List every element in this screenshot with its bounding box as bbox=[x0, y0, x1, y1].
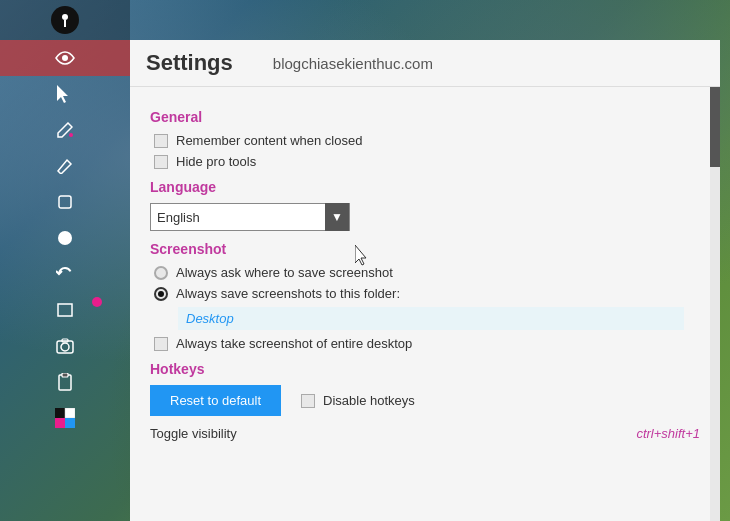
toggle-visibility-row: Toggle visibility ctrl+shift+1 bbox=[150, 424, 700, 443]
remember-content-label: Remember content when closed bbox=[176, 133, 362, 148]
settings-url: blogchiasekienthuc.com bbox=[273, 55, 433, 72]
toggle-visibility-label: Toggle visibility bbox=[150, 426, 237, 441]
svg-rect-7 bbox=[58, 304, 72, 316]
disable-hotkeys-checkbox[interactable] bbox=[301, 394, 315, 408]
language-dropdown[interactable]: English ▼ bbox=[150, 203, 350, 231]
ask-where-radio[interactable] bbox=[154, 266, 168, 280]
app-logo bbox=[51, 6, 79, 34]
svg-rect-15 bbox=[55, 418, 65, 428]
entire-desktop-checkbox[interactable] bbox=[154, 337, 168, 351]
settings-panel: Settings blogchiasekienthuc.com General … bbox=[130, 40, 720, 521]
clipboard-button[interactable] bbox=[0, 364, 130, 400]
scrollbar-thumb[interactable] bbox=[710, 87, 720, 167]
dot-tool-button[interactable] bbox=[0, 220, 130, 256]
hide-pro-tools-row: Hide pro tools bbox=[150, 154, 700, 169]
reset-to-default-button[interactable]: Reset to default bbox=[150, 385, 281, 416]
svg-rect-5 bbox=[59, 196, 71, 208]
screenshot-heading: Screenshot bbox=[150, 241, 700, 257]
hide-pro-tools-checkbox[interactable] bbox=[154, 155, 168, 169]
eraser-tool-button[interactable] bbox=[0, 184, 130, 220]
cursor-tool-button[interactable] bbox=[0, 76, 130, 112]
entire-desktop-row: Always take screenshot of entire desktop bbox=[150, 336, 700, 351]
badge-indicator bbox=[92, 297, 102, 307]
folder-path[interactable]: Desktop bbox=[178, 307, 684, 330]
settings-header: Settings blogchiasekienthuc.com bbox=[130, 40, 720, 87]
remember-content-checkbox[interactable] bbox=[154, 134, 168, 148]
svg-rect-16 bbox=[65, 418, 75, 428]
hotkeys-heading: Hotkeys bbox=[150, 361, 700, 377]
svg-point-4 bbox=[69, 133, 73, 137]
eye-tool-button[interactable] bbox=[0, 40, 130, 76]
svg-point-0 bbox=[62, 14, 68, 20]
language-selected: English bbox=[157, 210, 200, 225]
rectangle-tool-button[interactable] bbox=[0, 292, 130, 328]
ask-where-label: Always ask where to save screenshot bbox=[176, 265, 393, 280]
color-tool-button[interactable] bbox=[0, 400, 130, 436]
pen-tool-button[interactable] bbox=[0, 148, 130, 184]
entire-desktop-label: Always take screenshot of entire desktop bbox=[176, 336, 412, 351]
svg-marker-3 bbox=[57, 85, 68, 103]
hide-pro-tools-label: Hide pro tools bbox=[176, 154, 256, 169]
scrollbar-track[interactable] bbox=[710, 87, 720, 521]
svg-point-9 bbox=[61, 343, 69, 351]
svg-rect-13 bbox=[55, 408, 65, 418]
settings-title: Settings bbox=[146, 50, 233, 76]
pencil-tool-button[interactable] bbox=[0, 112, 130, 148]
toolbar bbox=[0, 0, 130, 521]
svg-point-6 bbox=[58, 231, 72, 245]
dropdown-arrow-icon: ▼ bbox=[325, 203, 349, 231]
remember-content-row: Remember content when closed bbox=[150, 133, 700, 148]
save-to-folder-label: Always save screenshots to this folder: bbox=[176, 286, 400, 301]
disable-hotkeys-label: Disable hotkeys bbox=[323, 393, 415, 408]
ask-where-radio-row: Always ask where to save screenshot bbox=[150, 265, 700, 280]
settings-content[interactable]: General Remember content when closed Hid… bbox=[130, 87, 720, 521]
undo-button[interactable] bbox=[0, 256, 130, 292]
svg-rect-12 bbox=[62, 373, 68, 377]
disable-hotkeys-row: Disable hotkeys bbox=[297, 393, 415, 408]
app-icon-container bbox=[0, 0, 130, 40]
hotkeys-controls-row: Reset to default Disable hotkeys bbox=[150, 385, 700, 416]
camera-button[interactable] bbox=[0, 328, 130, 364]
save-to-folder-radio-row: Always save screenshots to this folder: bbox=[150, 286, 700, 301]
svg-point-2 bbox=[62, 55, 68, 61]
language-dropdown-row: English ▼ bbox=[150, 203, 700, 231]
toggle-visibility-value: ctrl+shift+1 bbox=[636, 426, 700, 441]
svg-rect-14 bbox=[65, 408, 75, 418]
general-heading: General bbox=[150, 109, 700, 125]
save-to-folder-radio[interactable] bbox=[154, 287, 168, 301]
language-heading: Language bbox=[150, 179, 700, 195]
